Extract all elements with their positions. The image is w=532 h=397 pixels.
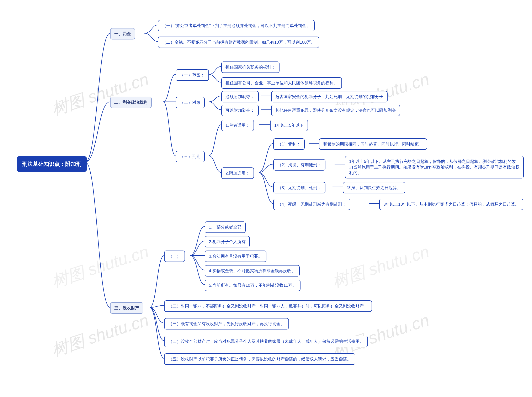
term-b-k: 2.附加适用： [221, 167, 254, 179]
fine-c2: （二）金钱。不受犯罪分子当前拥有财产数额的限制。如只有10万，可以判100万。 [158, 37, 319, 48]
conf-s1-c: 3.合法拥有且没有用于犯罪。 [205, 251, 266, 262]
root-node: 刑法基础知识点：附加刑 [17, 156, 87, 172]
branch-fine: 一、罚金 [110, 28, 135, 39]
conf-s5: （五）没收财产以前犯罪子所负的正当债务，需要以没收的财产偿还的，经债权人请求，应… [164, 353, 355, 365]
fine-c1: （一）"并处或者单处罚金"→判了主刑必须并处罚金；可以不判主刑而单处罚金。 [158, 20, 315, 31]
rights-target-a-k: 必须附加剥夺： [221, 91, 259, 102]
term-b-c3-k: （3）无期徒刑、死刑： [273, 182, 325, 193]
branch-deprive-rights: 二、剥夺政治权利 [110, 97, 152, 108]
term-b-c3-v: 终身。从判决生效之日起算。 [343, 182, 405, 193]
rights-scope: （一）范围： [175, 69, 209, 81]
term-a-v: 1年以上5年以下 [270, 120, 308, 131]
conf-s2: （二）对同一犯罪，不能既判罚金又判没收财产。对同一犯罪人，数罪并罚时，可以既判罚… [164, 300, 372, 312]
branch-confiscate: 三、没收财产 [110, 302, 143, 314]
nodes-layer: 刑法基础知识点：附加刑 一、罚金 （一）"并处或者单处罚金"→判了主刑必须并处罚… [0, 0, 532, 397]
conf-s1-e: 5.当前所有。如只有10万，不能判处没收11万。 [205, 280, 300, 291]
term-b-c1-v: 和管制的期限相同，同时起算、同时执行、同时结束。 [319, 138, 427, 150]
term-b-c2-k: （2）拘役、有期徒刑： [273, 159, 325, 171]
conf-s1-d: 4.实物或金钱。不能把实物折算成金钱再没收。 [205, 265, 300, 277]
term-b-c4-v: 3年以上10年以下。从主刑执行完毕之日起算；假释的，从假释之日起算。 [379, 198, 523, 210]
rights-target-a-v: 危害国家安全的犯罪分子；判处死刑、无期徒刑的犯罪分子 [271, 91, 388, 102]
rights-scope-b: 担任国有公司、企业、事业单位和人民团体领导职务的权利。 [221, 77, 342, 89]
conf-s1: （一） [164, 251, 185, 262]
rights-term: （三）刑期 [175, 151, 205, 162]
conf-s1-b: 2.犯罪分子个人所有 [205, 236, 250, 248]
conf-s4: （四）没收全部财产时，应当对犯罪分子个人及其扶养的家属（未成年人、成年人）保留必… [164, 336, 368, 347]
rights-target-b-v: 其他任何严重犯罪，即使分则条文没有规定，法官也可以附加剥夺 [271, 105, 400, 116]
term-a-k: 1.单独适用： [221, 120, 254, 131]
conf-s1-a: 1.一部分或者全部 [205, 222, 246, 233]
rights-target-b-k: 可以附加剥夺： [221, 105, 259, 116]
rights-target: （二）对象 [175, 97, 205, 108]
term-b-c2-v: 1年以上5年以下。从主刑执行完毕之日起算；假释的，从假释之日起算。剥夺政治权利的… [345, 156, 524, 179]
term-b-c4-k: （4）死缓、无期徒刑减为有期徒刑： [273, 198, 350, 210]
rights-scope-a: 担任国家机关职务的权利； [221, 62, 280, 73]
conf-s3: （三）既有罚金又有没收财产，先执行没收财产，再执行罚金。 [164, 318, 289, 329]
term-b-c1-k: （1）管制： [273, 138, 305, 150]
